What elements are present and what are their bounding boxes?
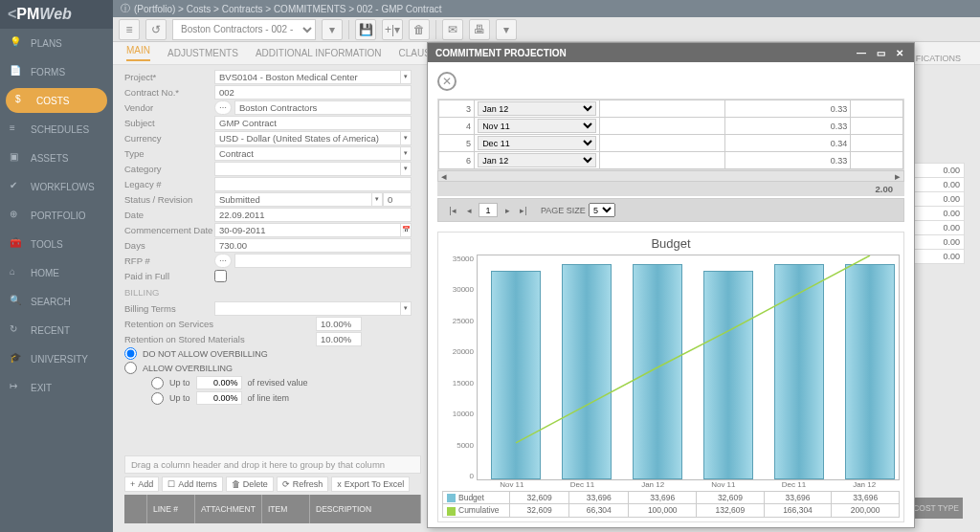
dropdown-button[interactable]: ▾ [322,19,343,40]
field-value[interactable]: USD - Dollar (United States of America) [214,131,401,145]
field-value[interactable]: 002 [214,85,412,100]
chart-title: Budget [442,236,900,251]
summary-values: 0.000.000.000.000.000.000.00 [911,163,965,263]
dropdown-icon[interactable]: ▾ [401,301,412,316]
period-select[interactable]: Jan 12 [478,153,596,167]
field-value[interactable]: BVS0104 - Boston Medical Center [214,70,401,84]
close-icon[interactable]: ✕ [893,48,906,58]
assets-icon: ▣ [10,151,23,165]
minimize-icon[interactable]: — [855,48,868,58]
chart-plot [477,255,900,480]
period-select[interactable]: Dec 11 [478,136,596,150]
dropdown-icon[interactable]: ▾ [401,70,412,84]
field-value[interactable]: 30-09-2011 [214,223,401,237]
field-value[interactable]: Boston Contractors [234,100,412,115]
pager-last[interactable]: ▸| [517,204,530,217]
field-value[interactable]: Contract [214,146,401,161]
modal-header[interactable]: COMMITMENT PROJECTION — ▭ ✕ [428,43,914,62]
y-axis: 35000300002500020000150001000050000 [442,255,477,480]
pager-prev[interactable]: ◂ [462,204,476,217]
field-value[interactable] [214,301,401,316]
dropdown-icon[interactable]: ▾ [401,131,412,145]
mail-icon[interactable]: ✉ [442,19,463,40]
save-button[interactable]: 💾 [355,19,376,40]
grid-delete[interactable]: 🗑 Delete [226,477,274,492]
dropdown-icon[interactable]: ▾ [401,162,412,176]
pager-next[interactable]: ▸ [501,204,514,217]
cost-type-col: COST TYPE [909,498,963,519]
chart-data-table: Budget32,60933,69633,69632,60933,69633,6… [442,491,900,518]
menu-icon[interactable]: ≡ [119,19,140,40]
portfolio-icon: ⊕ [10,209,23,222]
nav-assets[interactable]: ▣ASSETS [0,144,113,172]
nav-workflows[interactable]: ✔WORKFLOWS [0,172,113,201]
breadcrumb: ⓘ (Portfolio) > Costs > Contracts > COMM… [113,0,980,17]
info-icon[interactable]: ⓘ [121,2,130,15]
right-tab[interactable]: FICATIONS [916,54,961,63]
nav-portfolio[interactable]: ⊕PORTFOLIO [0,201,113,230]
maximize-icon[interactable]: ▭ [874,48,887,58]
pager-size[interactable]: 5 [589,203,615,217]
allow-overbill-radio[interactable] [124,362,137,374]
paid-checkbox[interactable] [214,270,227,282]
add-button[interactable]: +|▾ [382,19,403,40]
x-axis: Nov 11Dec 11Jan 12Nov 11Dec 11Jan 12 [477,480,900,489]
costs-icon: $ [15,94,29,107]
pager-page[interactable] [479,203,498,217]
home-icon: ⌂ [10,266,23,279]
calendar-icon[interactable]: 📅 [401,223,412,237]
scroll-left[interactable]: ◂ [441,170,447,183]
field-value[interactable] [214,177,412,191]
nav-recent[interactable]: ↻RECENT [0,316,113,344]
nav-university[interactable]: 🎓UNIVERSITY [0,344,113,373]
recent-icon: ↻ [10,323,23,337]
pager-first[interactable]: |◂ [446,204,459,217]
nav-search[interactable]: 🔍SEARCH [0,287,113,316]
commitment-projection-modal: COMMITMENT PROJECTION — ▭ ✕ ✕ 3Jan 120.3… [427,42,915,528]
nav-exit[interactable]: ↦EXIT [0,373,113,402]
period-select[interactable]: Jan 12 [478,101,596,116]
workflows-icon: ✔ [10,180,23,193]
nav-forms[interactable]: 📄FORMS [0,57,113,86]
grid: Drag a column header and drop it here to… [124,455,421,523]
projection-total: 2.00 [437,182,904,196]
sidebar: <PMWeb 💡PLANS📄FORMS$COSTS≡SCHEDULES▣ASSE… [0,0,113,532]
print-icon[interactable]: 🖶 [469,19,490,40]
nav-plans[interactable]: 💡PLANS [0,29,113,57]
modal-close-circle[interactable]: ✕ [437,72,457,91]
tab-adjustments[interactable]: ADJUSTMENTS [167,48,238,58]
form: Project*BVS0104 - Boston Medical Center▾… [124,69,412,406]
tools-icon: 🧰 [10,237,23,251]
field-value[interactable] [214,162,401,176]
schedules-icon: ≡ [10,122,23,136]
scroll-right[interactable]: ▸ [895,170,901,183]
record-selector[interactable]: Boston Contractors - 002 - GMP Con [172,19,316,40]
field-value[interactable]: GMP Contract [214,116,412,130]
grid-export[interactable]: x Export To Excel [331,477,410,492]
grid-add-items[interactable]: ☐ Add Items [162,477,223,492]
no-overbill-radio[interactable] [124,347,137,360]
tab-main[interactable]: MAIN [126,45,150,61]
tab-additional[interactable]: ADDITIONAL INFORMATION [256,48,382,58]
plans-icon: 💡 [10,36,23,50]
field-value[interactable] [234,254,412,268]
history-icon[interactable]: ↺ [145,19,167,40]
more-icon[interactable]: ▾ [496,19,517,40]
delete-button[interactable]: 🗑 [409,19,430,40]
forms-icon: 📄 [10,65,23,78]
nav-costs[interactable]: $COSTS [6,88,107,113]
grid-refresh[interactable]: ⟳ Refresh [277,477,329,492]
university-icon: 🎓 [10,352,23,366]
budget-chart: Budget 350003000025000200001500010000500… [437,232,904,522]
nav-tools[interactable]: 🧰TOOLS [0,230,113,258]
nav-schedules[interactable]: ≡SCHEDULES [0,115,113,144]
period-select[interactable]: Nov 11 [478,119,596,133]
nav-home[interactable]: ⌂HOME [0,258,113,287]
grid-group-hint[interactable]: Drag a column header and drop it here to… [124,455,421,474]
lookup-button[interactable]: ⋯ [214,100,232,115]
exit-icon: ↦ [10,381,23,394]
lookup-button[interactable]: ⋯ [214,254,232,268]
dropdown-icon[interactable]: ▾ [401,146,412,161]
grid-header: LINE # ATTACHMENT ITEM DESCRIPTION [124,495,421,523]
grid-add[interactable]: + Add [124,477,159,492]
